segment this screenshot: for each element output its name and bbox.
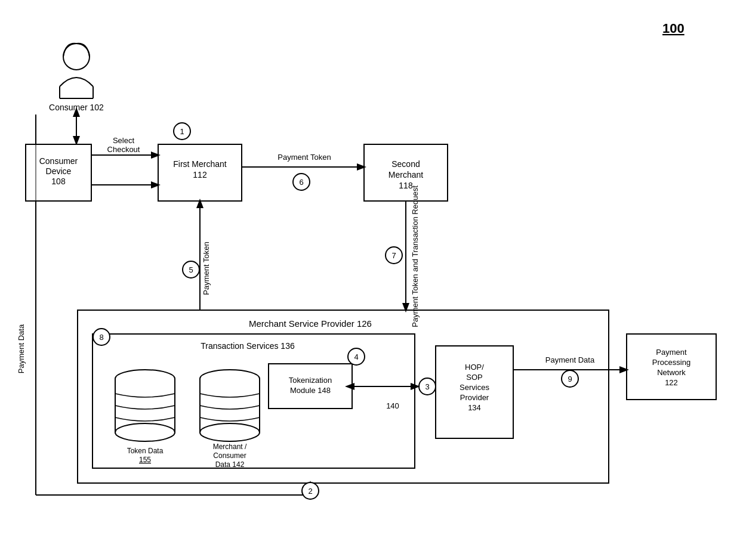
ppn-label3: Network [657, 368, 686, 377]
hop-sop-label5: 134 [468, 403, 481, 412]
second-merchant-label2: Merchant [388, 170, 423, 180]
step5-label: 5 [189, 265, 193, 274]
consumer-icon [60, 44, 93, 98]
hop-sop-box [436, 346, 513, 438]
token-data-label2: 155 [139, 456, 151, 464]
consumer-device-label3: 108 [51, 177, 66, 186]
step9-label: 9 [568, 375, 572, 383]
step6-label: 6 [299, 178, 303, 187]
step8-label: 8 [99, 333, 103, 342]
second-merchant-label: Second [391, 159, 420, 169]
merchant-service-label: Merchant Service Provider 126 [249, 318, 372, 329]
hop-sop-label1: HOP/ [465, 363, 484, 372]
ppn-label4: 122 [665, 378, 678, 387]
tokenization-label1: Tokenization [289, 376, 332, 385]
ppn-label1: Payment [656, 348, 687, 357]
hop-sop-label2: SOP [466, 373, 482, 382]
step4-label: 4 [354, 352, 358, 361]
hop-sop-label3: Services [460, 383, 489, 392]
transaction-services-label: Transaction Services 136 [201, 341, 295, 351]
merchant-consumer-label1: Merchant / [213, 443, 247, 451]
merchant-consumer-cylinder-bottom [200, 423, 260, 441]
select-checkout-label2: Checkout [107, 145, 140, 154]
payment-token-v-label: Payment Token [202, 242, 211, 295]
svg-point-0 [63, 44, 90, 70]
payment-data-left-label: Payment Data [17, 324, 26, 373]
consumer-device-label2: Device [46, 166, 72, 176]
first-merchant-label2: 112 [193, 170, 207, 180]
payment-processing-box [627, 334, 716, 400]
consumer-label: Consumer 102 [49, 103, 104, 112]
token-data-cylinder-bottom [115, 423, 175, 441]
select-checkout-label: Select [113, 136, 135, 145]
payment-token-transaction-label: Payment Token and Transaction Request [411, 185, 420, 327]
step1-label: 1 [180, 127, 184, 136]
step3-label: 3 [425, 382, 429, 391]
payment-token-h-label: Payment Token [278, 153, 331, 162]
consumer-device-label: Consumer [39, 156, 78, 166]
token-data-label1: Token Data [127, 447, 164, 455]
hop-140-label: 140 [386, 401, 399, 410]
step7-label: 7 [391, 251, 396, 260]
ppn-label2: Processing [652, 358, 690, 367]
hop-sop-label4: Provider [460, 393, 489, 402]
payment-data-right-label: Payment Data [545, 355, 595, 364]
first-merchant-label: First Merchant [173, 159, 227, 169]
merchant-consumer-label2: Consumer [213, 451, 246, 460]
diagram-ref: 100 [662, 21, 684, 36]
step2-label: 2 [308, 487, 312, 496]
merchant-consumer-label3: Data 142 [215, 460, 245, 469]
tokenization-label2: Module 148 [290, 386, 331, 395]
